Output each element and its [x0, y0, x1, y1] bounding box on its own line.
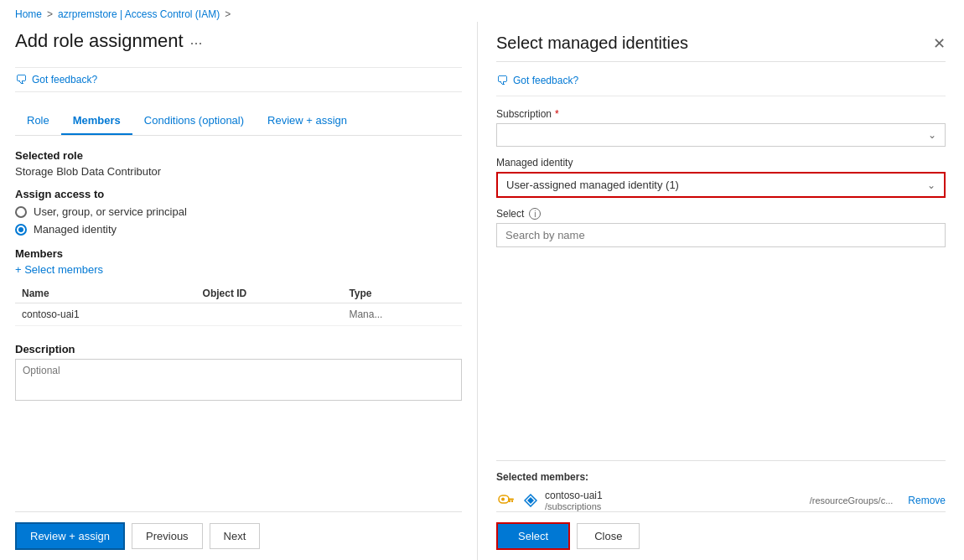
- select-label: Select: [496, 208, 524, 220]
- member-name: contoso-uai1: [545, 490, 716, 501]
- subscription-field: Subscription * ⌄: [496, 108, 946, 147]
- tab-role[interactable]: Role: [15, 107, 61, 135]
- svg-marker-6: [527, 497, 534, 504]
- radio-user[interactable]: User, group, or service principal: [15, 205, 462, 218]
- radio-managed[interactable]: Managed identity: [15, 223, 462, 236]
- dialog-feedback-icon: 🗨: [496, 74, 508, 87]
- svg-rect-3: [511, 500, 513, 503]
- subscription-select[interactable]: ⌄: [496, 123, 946, 147]
- page-title-dots[interactable]: ···: [190, 34, 203, 52]
- breadcrumb: Home > azrpremstore | Access Control (IA…: [0, 0, 964, 22]
- select-button[interactable]: Select: [496, 522, 570, 550]
- selected-member-item: contoso-uai1 /subscriptions /resourceGro…: [496, 490, 946, 511]
- info-icon: i: [529, 208, 541, 220]
- tab-conditions[interactable]: Conditions (optional): [132, 107, 256, 135]
- row-type: Mana...: [342, 303, 462, 326]
- description-textarea[interactable]: [15, 359, 462, 401]
- breadcrumb-sep1: >: [47, 8, 53, 20]
- assign-access-label: Assign access to: [15, 188, 462, 200]
- table-row: contoso-uai1 Mana...: [15, 303, 462, 326]
- previous-button[interactable]: Previous: [132, 523, 203, 549]
- managed-identity-chevron: ⌄: [927, 179, 935, 191]
- dialog-title: Select managed identities: [496, 34, 688, 53]
- next-button[interactable]: Next: [210, 523, 261, 549]
- add-members-link[interactable]: + Select members: [15, 263, 103, 276]
- subscription-chevron: ⌄: [928, 129, 936, 141]
- breadcrumb-resource[interactable]: azrpremstore | Access Control (IAM): [58, 8, 220, 20]
- col-objectid: Object ID: [196, 284, 343, 303]
- tab-review[interactable]: Review + assign: [256, 107, 359, 135]
- managed-identity-field: Managed identity User-assigned managed i…: [496, 157, 946, 198]
- selected-members-label: Selected members:: [496, 471, 946, 483]
- row-name: contoso-uai1: [15, 303, 196, 326]
- left-bottom-bar: Review + assign Previous Next: [15, 511, 462, 560]
- select-label-row: Select i: [496, 208, 946, 220]
- member-resource: /resourceGroups/c...: [723, 495, 894, 506]
- managed-identity-select[interactable]: User-assigned managed identity (1) ⌄: [496, 172, 946, 198]
- radio-managed-circle: [15, 224, 27, 236]
- tabs-container: Role Members Conditions (optional) Revie…: [15, 107, 462, 136]
- members-section: Members + Select members Name Object ID …: [15, 247, 462, 326]
- search-field: Select i: [496, 208, 946, 247]
- member-text: contoso-uai1 /subscriptions: [545, 490, 716, 511]
- selected-role-section: Selected role Storage Blob Data Contribu…: [15, 149, 462, 188]
- selected-role-label: Selected role: [15, 149, 462, 162]
- member-identity-icon: [523, 493, 538, 508]
- tab-members[interactable]: Members: [61, 107, 132, 135]
- assign-access-section: Assign access to User, group, or service…: [15, 188, 462, 247]
- col-type: Type: [342, 284, 462, 303]
- radio-managed-label: Managed identity: [34, 223, 117, 236]
- dialog-feedback-link[interactable]: Got feedback?: [513, 75, 578, 86]
- member-icon: [496, 490, 516, 511]
- selected-members-section: Selected members:: [496, 460, 946, 511]
- managed-identity-label: Managed identity: [496, 157, 946, 169]
- radio-user-circle: [15, 206, 27, 218]
- review-assign-button[interactable]: Review + assign: [15, 522, 125, 550]
- col-name: Name: [15, 284, 196, 303]
- member-path: /subscriptions: [545, 501, 716, 511]
- breadcrumb-sep2: >: [225, 8, 231, 20]
- subscription-required: *: [555, 108, 559, 120]
- svg-rect-4: [509, 500, 511, 503]
- selected-role-value: Storage Blob Data Contributor: [15, 165, 462, 178]
- svg-point-1: [501, 498, 505, 501]
- managed-identity-value: User-assigned managed identity (1): [506, 179, 679, 191]
- description-section: Description: [15, 343, 462, 403]
- close-button[interactable]: ✕: [933, 36, 946, 51]
- members-label: Members: [15, 247, 462, 260]
- dialog-close-button[interactable]: Close: [577, 523, 640, 549]
- radio-user-label: User, group, or service principal: [34, 205, 187, 218]
- page-title: Add role assignment: [15, 25, 184, 60]
- feedback-icon: 🗨: [15, 73, 27, 86]
- svg-rect-2: [508, 499, 514, 500]
- description-label: Description: [15, 343, 462, 355]
- feedback-link[interactable]: Got feedback?: [32, 74, 97, 86]
- subscription-label: Subscription *: [496, 108, 946, 120]
- right-bottom-bar: Select Close: [496, 511, 946, 560]
- remove-link[interactable]: Remove: [908, 495, 946, 506]
- row-objectid: [196, 303, 343, 326]
- search-input[interactable]: [496, 223, 946, 247]
- breadcrumb-home[interactable]: Home: [15, 8, 42, 20]
